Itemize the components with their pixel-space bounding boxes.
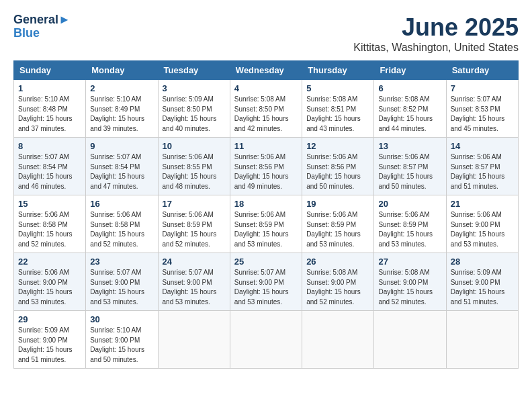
day-number: 19	[306, 199, 369, 209]
day-info: Sunrise: 5:07 AM Sunset: 8:53 PM Dayligh…	[451, 95, 514, 134]
calendar-week-row: 15 Sunrise: 5:06 AM Sunset: 8:58 PM Dayl…	[14, 195, 519, 253]
sunrise-label: Sunrise: 5:09 AM	[451, 269, 502, 276]
sunset-label: Sunset: 8:54 PM	[18, 163, 68, 171]
daylight-label: Daylight: 15 hours and 40 minutes.	[163, 115, 217, 132]
day-number: 21	[451, 199, 514, 209]
sunset-label: Sunset: 8:49 PM	[90, 105, 140, 113]
sunrise-label: Sunrise: 5:08 AM	[306, 269, 357, 276]
daylight-label: Daylight: 15 hours and 53 minutes.	[378, 230, 433, 248]
sunrise-label: Sunrise: 5:08 AM	[378, 269, 429, 276]
day-info: Sunrise: 5:10 AM Sunset: 8:49 PM Dayligh…	[90, 95, 153, 134]
sunrise-label: Sunrise: 5:10 AM	[90, 326, 141, 334]
page-header: General►Blue June 2025 Kittitas, Washing…	[13, 13, 519, 54]
calendar-cell: 13 Sunrise: 5:06 AM Sunset: 8:57 PM Dayl…	[374, 138, 446, 195]
daylight-label: Daylight: 15 hours and 51 minutes.	[451, 173, 505, 190]
day-info: Sunrise: 5:08 AM Sunset: 9:00 PM Dayligh…	[306, 268, 369, 307]
sunset-label: Sunset: 8:56 PM	[306, 163, 356, 171]
header-friday: Friday	[374, 61, 446, 80]
daylight-label: Daylight: 15 hours and 49 minutes.	[234, 173, 289, 190]
calendar-cell: 21 Sunrise: 5:06 AM Sunset: 9:00 PM Dayl…	[446, 195, 518, 253]
daylight-label: Daylight: 15 hours and 53 minutes.	[306, 230, 361, 248]
sunrise-label: Sunrise: 5:08 AM	[306, 95, 357, 103]
sunset-label: Sunset: 8:54 PM	[90, 163, 140, 171]
logo-text: General►Blue	[13, 13, 71, 40]
sunrise-label: Sunrise: 5:07 AM	[451, 95, 502, 103]
daylight-label: Daylight: 15 hours and 52 minutes.	[306, 288, 361, 306]
daylight-label: Daylight: 15 hours and 50 minutes.	[306, 173, 361, 190]
location-title: Kittitas, Washington, United States	[353, 42, 519, 54]
calendar-cell: 3 Sunrise: 5:09 AM Sunset: 8:50 PM Dayli…	[158, 80, 230, 138]
sunrise-label: Sunrise: 5:08 AM	[234, 95, 285, 103]
sunset-label: Sunset: 8:48 PM	[18, 105, 68, 113]
sunset-label: Sunset: 8:59 PM	[378, 221, 428, 228]
sunset-label: Sunset: 8:52 PM	[378, 105, 428, 113]
title-block: June 2025 Kittitas, Washington, United S…	[353, 13, 519, 54]
day-number: 28	[451, 257, 514, 267]
day-number: 10	[163, 141, 226, 151]
day-info: Sunrise: 5:09 AM Sunset: 9:00 PM Dayligh…	[451, 268, 514, 307]
day-info: Sunrise: 5:09 AM Sunset: 8:50 PM Dayligh…	[163, 95, 226, 134]
daylight-label: Daylight: 15 hours and 46 minutes.	[18, 173, 73, 190]
calendar-cell: 12 Sunrise: 5:06 AM Sunset: 8:56 PM Dayl…	[302, 138, 374, 195]
day-info: Sunrise: 5:06 AM Sunset: 8:57 PM Dayligh…	[378, 152, 441, 191]
sunrise-label: Sunrise: 5:10 AM	[90, 95, 141, 103]
header-saturday: Saturday	[446, 61, 518, 80]
day-number: 23	[90, 257, 153, 267]
day-info: Sunrise: 5:07 AM Sunset: 9:00 PM Dayligh…	[163, 268, 226, 307]
calendar-cell: 20 Sunrise: 5:06 AM Sunset: 8:59 PM Dayl…	[374, 195, 446, 253]
sunrise-label: Sunrise: 5:07 AM	[163, 269, 214, 276]
calendar-cell: 16 Sunrise: 5:06 AM Sunset: 8:58 PM Dayl…	[86, 195, 158, 253]
daylight-label: Daylight: 15 hours and 52 minutes.	[90, 230, 144, 248]
day-info: Sunrise: 5:08 AM Sunset: 8:50 PM Dayligh…	[234, 95, 298, 134]
sunset-label: Sunset: 9:00 PM	[378, 279, 428, 286]
calendar-cell: 2 Sunrise: 5:10 AM Sunset: 8:49 PM Dayli…	[86, 80, 158, 138]
day-info: Sunrise: 5:06 AM Sunset: 8:58 PM Dayligh…	[90, 210, 153, 249]
day-number: 7	[451, 83, 514, 93]
calendar-cell: 29 Sunrise: 5:09 AM Sunset: 9:00 PM Dayl…	[14, 311, 86, 369]
sunrise-label: Sunrise: 5:06 AM	[163, 211, 214, 218]
calendar-cell	[446, 311, 518, 369]
header-tuesday: Tuesday	[158, 61, 230, 80]
calendar-table: Sunday Monday Tuesday Wednesday Thursday…	[13, 60, 519, 369]
sunrise-label: Sunrise: 5:07 AM	[18, 153, 69, 161]
calendar-cell: 18 Sunrise: 5:06 AM Sunset: 8:59 PM Dayl…	[230, 195, 302, 253]
sunset-label: Sunset: 8:51 PM	[306, 105, 356, 113]
sunset-label: Sunset: 8:58 PM	[90, 221, 140, 228]
sunrise-label: Sunrise: 5:06 AM	[163, 153, 214, 161]
sunset-label: Sunset: 9:00 PM	[451, 221, 500, 228]
sunset-label: Sunset: 8:50 PM	[163, 105, 212, 113]
daylight-label: Daylight: 15 hours and 44 minutes.	[378, 115, 433, 132]
sunrise-label: Sunrise: 5:08 AM	[378, 95, 429, 103]
sunrise-label: Sunrise: 5:07 AM	[90, 269, 141, 276]
sunset-label: Sunset: 9:00 PM	[18, 279, 68, 286]
daylight-label: Daylight: 15 hours and 52 minutes.	[18, 230, 73, 248]
calendar-cell	[302, 311, 374, 369]
sunset-label: Sunset: 8:58 PM	[18, 221, 68, 228]
day-number: 22	[18, 257, 81, 267]
day-info: Sunrise: 5:07 AM Sunset: 9:00 PM Dayligh…	[90, 268, 153, 307]
logo: General►Blue	[13, 13, 71, 40]
calendar-week-row: 8 Sunrise: 5:07 AM Sunset: 8:54 PM Dayli…	[14, 138, 519, 195]
day-number: 27	[378, 257, 441, 267]
calendar-cell	[158, 311, 230, 369]
day-number: 17	[163, 199, 226, 209]
sunset-label: Sunset: 8:59 PM	[234, 221, 284, 228]
sunset-label: Sunset: 8:57 PM	[378, 163, 428, 171]
sunrise-label: Sunrise: 5:09 AM	[163, 95, 214, 103]
sunset-label: Sunset: 9:00 PM	[18, 336, 68, 344]
sunset-label: Sunset: 8:59 PM	[306, 221, 356, 228]
sunrise-label: Sunrise: 5:06 AM	[451, 211, 502, 218]
calendar-cell: 17 Sunrise: 5:06 AM Sunset: 8:59 PM Dayl…	[158, 195, 230, 253]
day-number: 1	[18, 83, 81, 93]
day-number: 8	[18, 141, 81, 151]
calendar-cell: 7 Sunrise: 5:07 AM Sunset: 8:53 PM Dayli…	[446, 80, 518, 138]
day-number: 2	[90, 83, 153, 93]
daylight-label: Daylight: 15 hours and 42 minutes.	[234, 115, 289, 132]
daylight-label: Daylight: 15 hours and 52 minutes.	[378, 288, 433, 306]
sunrise-label: Sunrise: 5:06 AM	[306, 211, 357, 218]
daylight-label: Daylight: 15 hours and 48 minutes.	[163, 173, 217, 190]
day-number: 25	[234, 257, 298, 267]
day-info: Sunrise: 5:10 AM Sunset: 9:00 PM Dayligh…	[90, 326, 153, 365]
daylight-label: Daylight: 15 hours and 39 minutes.	[90, 115, 144, 132]
sunrise-label: Sunrise: 5:07 AM	[90, 153, 141, 161]
